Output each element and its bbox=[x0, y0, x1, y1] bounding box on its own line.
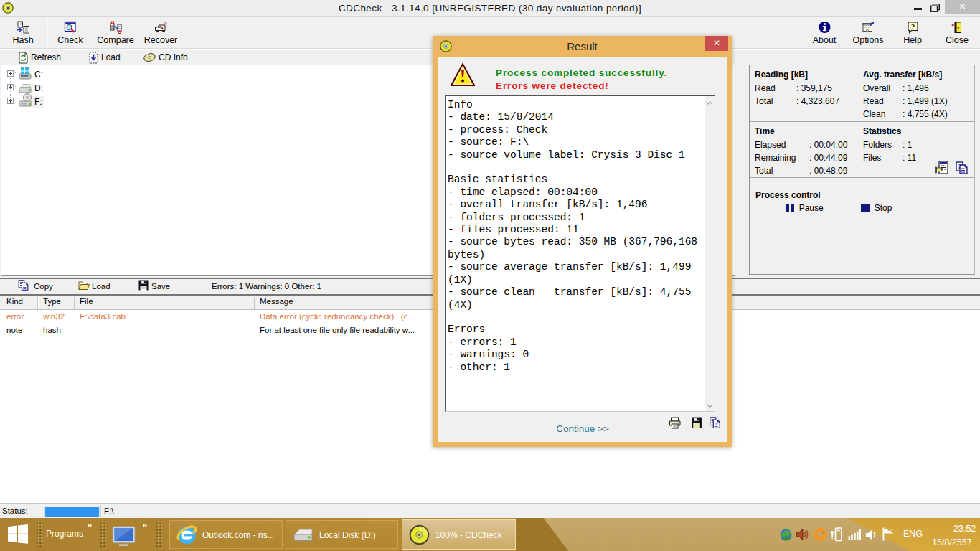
svg-text:?: ? bbox=[911, 23, 915, 31]
